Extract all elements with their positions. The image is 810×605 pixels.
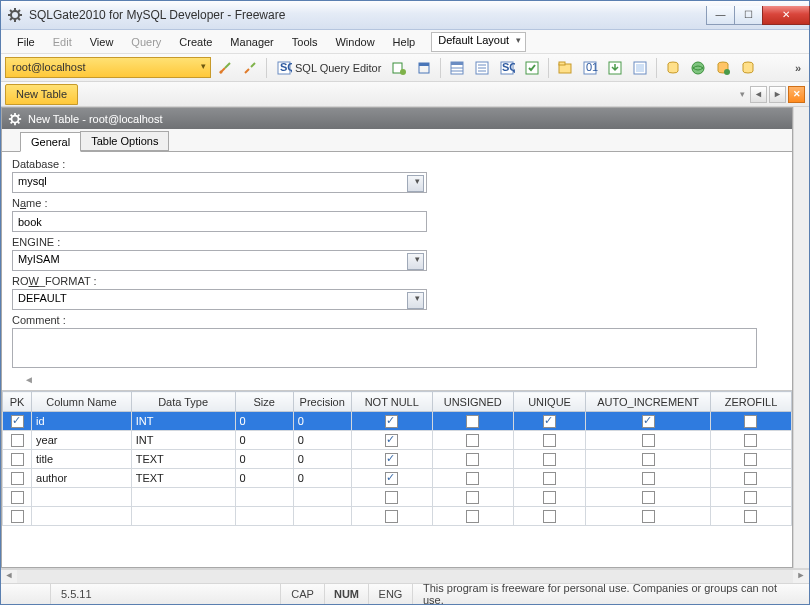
cell-size[interactable]: 0 xyxy=(235,469,293,488)
checkbox[interactable] xyxy=(642,510,655,523)
checkbox[interactable] xyxy=(11,491,24,504)
checkbox[interactable] xyxy=(385,510,398,523)
cell-type[interactable] xyxy=(131,488,235,507)
cell-size[interactable] xyxy=(235,488,293,507)
checkbox[interactable] xyxy=(642,453,655,466)
database-select[interactable]: mysql xyxy=(12,172,427,193)
cell-size[interactable]: 0 xyxy=(235,412,293,431)
columns-grid[interactable]: PK Column Name Data Type Size Precision … xyxy=(2,390,792,567)
cell-name[interactable]: author xyxy=(32,469,132,488)
cell-prec[interactable]: 0 xyxy=(293,431,351,450)
tool-icon-14[interactable] xyxy=(737,57,759,79)
checkbox[interactable] xyxy=(744,453,757,466)
hdr-ai[interactable]: AUTO_INCREMENT xyxy=(586,392,711,412)
hdr-name[interactable]: Column Name xyxy=(32,392,132,412)
cell-prec[interactable]: 0 xyxy=(293,469,351,488)
checkbox[interactable] xyxy=(466,491,479,504)
cell-type[interactable]: INT xyxy=(131,412,235,431)
tool-icon-11[interactable] xyxy=(662,57,684,79)
tool-icon-8[interactable]: 01 xyxy=(579,57,601,79)
cell-type[interactable]: INT xyxy=(131,431,235,450)
table-row[interactable]: idINT00 xyxy=(3,412,792,431)
disconnect-icon[interactable] xyxy=(239,57,261,79)
tool-icon-2[interactable] xyxy=(413,57,435,79)
tool-icon-3[interactable] xyxy=(446,57,468,79)
cell-size[interactable] xyxy=(235,507,293,526)
rowformat-select[interactable]: DEFAULT xyxy=(12,289,427,310)
cell-prec[interactable] xyxy=(293,488,351,507)
checkbox[interactable] xyxy=(744,472,757,485)
comment-textarea[interactable] xyxy=(12,328,757,368)
tool-icon-7[interactable] xyxy=(554,57,576,79)
checkbox[interactable] xyxy=(385,453,398,466)
menu-query[interactable]: Query xyxy=(123,33,169,51)
hdr-un[interactable]: UNSIGNED xyxy=(432,392,513,412)
checkbox[interactable] xyxy=(385,415,398,428)
menu-window[interactable]: Window xyxy=(327,33,382,51)
checkbox[interactable] xyxy=(466,510,479,523)
table-row[interactable]: titleTEXT00 xyxy=(3,450,792,469)
tool-icon-12[interactable] xyxy=(687,57,709,79)
table-row[interactable]: authorTEXT00 xyxy=(3,469,792,488)
checkbox[interactable] xyxy=(642,415,655,428)
tool-icon-4[interactable] xyxy=(471,57,493,79)
table-row[interactable] xyxy=(3,488,792,507)
checkbox[interactable] xyxy=(11,453,24,466)
hscroll-left-icon[interactable]: ◄ xyxy=(1,570,17,583)
minimize-button[interactable]: — xyxy=(706,6,735,25)
checkbox[interactable] xyxy=(744,510,757,523)
menu-file[interactable]: File xyxy=(9,33,43,51)
cell-name[interactable]: year xyxy=(32,431,132,450)
tabbar-dropdown-icon[interactable]: ▾ xyxy=(737,89,748,99)
checkbox[interactable] xyxy=(11,510,24,523)
cell-type[interactable]: TEXT xyxy=(131,469,235,488)
hdr-pk[interactable]: PK xyxy=(3,392,32,412)
checkbox[interactable] xyxy=(744,415,757,428)
checkbox[interactable] xyxy=(385,434,398,447)
hdr-type[interactable]: Data Type xyxy=(131,392,235,412)
checkbox[interactable] xyxy=(11,415,24,428)
vertical-scrollbar[interactable] xyxy=(793,107,809,568)
checkbox[interactable] xyxy=(744,434,757,447)
tab-next-button[interactable]: ► xyxy=(769,86,786,103)
checkbox[interactable] xyxy=(642,434,655,447)
checkbox[interactable] xyxy=(744,491,757,504)
name-input[interactable] xyxy=(12,211,427,232)
menu-manager[interactable]: Manager xyxy=(222,33,281,51)
tab-close-button[interactable]: ✕ xyxy=(788,86,805,103)
cell-name[interactable] xyxy=(32,507,132,526)
cell-prec[interactable] xyxy=(293,507,351,526)
checkbox[interactable] xyxy=(642,472,655,485)
panel-titlebar[interactable]: New Table - root@localhost xyxy=(2,108,792,129)
checkbox[interactable] xyxy=(543,434,556,447)
horizontal-scrollbar[interactable]: ◄ ► xyxy=(1,569,809,583)
menu-view[interactable]: View xyxy=(82,33,122,51)
file-tab-new-table[interactable]: New Table xyxy=(5,84,78,105)
maximize-button[interactable]: ☐ xyxy=(734,6,763,25)
cell-name[interactable]: title xyxy=(32,450,132,469)
table-row[interactable] xyxy=(3,507,792,526)
checkbox[interactable] xyxy=(466,434,479,447)
cell-prec[interactable]: 0 xyxy=(293,412,351,431)
cell-prec[interactable]: 0 xyxy=(293,450,351,469)
tab-prev-button[interactable]: ◄ xyxy=(750,86,767,103)
checkbox[interactable] xyxy=(466,453,479,466)
titlebar[interactable]: SQLGate2010 for MySQL Developer - Freewa… xyxy=(1,1,809,30)
tool-icon-5[interactable]: SQL xyxy=(496,57,518,79)
cell-name[interactable] xyxy=(32,488,132,507)
cell-type[interactable]: TEXT xyxy=(131,450,235,469)
checkbox[interactable] xyxy=(466,472,479,485)
checkbox[interactable] xyxy=(11,472,24,485)
checkbox[interactable] xyxy=(11,434,24,447)
checkbox[interactable] xyxy=(543,415,556,428)
toolbar-overflow-icon[interactable]: » xyxy=(791,62,805,74)
checkbox[interactable] xyxy=(466,415,479,428)
menu-help[interactable]: Help xyxy=(385,33,424,51)
hdr-nn[interactable]: NOT NULL xyxy=(351,392,432,412)
cell-name[interactable]: id xyxy=(32,412,132,431)
table-row[interactable]: yearINT00 xyxy=(3,431,792,450)
hdr-size[interactable]: Size xyxy=(235,392,293,412)
hdr-zf[interactable]: ZEROFILL xyxy=(710,392,791,412)
connect-icon[interactable] xyxy=(214,57,236,79)
close-button[interactable]: ✕ xyxy=(762,6,810,25)
